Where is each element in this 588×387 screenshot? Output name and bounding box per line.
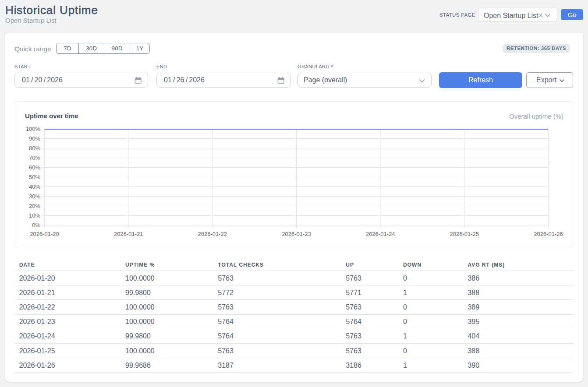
svg-text:30%: 30% (29, 193, 40, 200)
svg-text:60%: 60% (29, 164, 40, 171)
svg-text:2026-01-22: 2026-01-22 (198, 231, 227, 237)
svg-text:10%: 10% (29, 212, 40, 219)
svg-text:2026-01-20: 2026-01-20 (30, 231, 59, 237)
svg-text:2026-01-26: 2026-01-26 (534, 231, 563, 237)
svg-text:2026-01-24: 2026-01-24 (366, 231, 395, 237)
svg-text:0%: 0% (32, 222, 40, 229)
svg-text:80%: 80% (29, 145, 40, 151)
svg-text:40%: 40% (29, 183, 40, 190)
svg-text:2026-01-25: 2026-01-25 (450, 231, 479, 237)
svg-text:90%: 90% (29, 135, 40, 142)
svg-text:20%: 20% (29, 203, 40, 209)
svg-text:100%: 100% (26, 126, 41, 132)
svg-text:70%: 70% (29, 155, 40, 161)
svg-text:2026-01-21: 2026-01-21 (114, 231, 143, 237)
svg-text:2026-01-23: 2026-01-23 (282, 231, 311, 237)
svg-text:50%: 50% (29, 174, 40, 180)
